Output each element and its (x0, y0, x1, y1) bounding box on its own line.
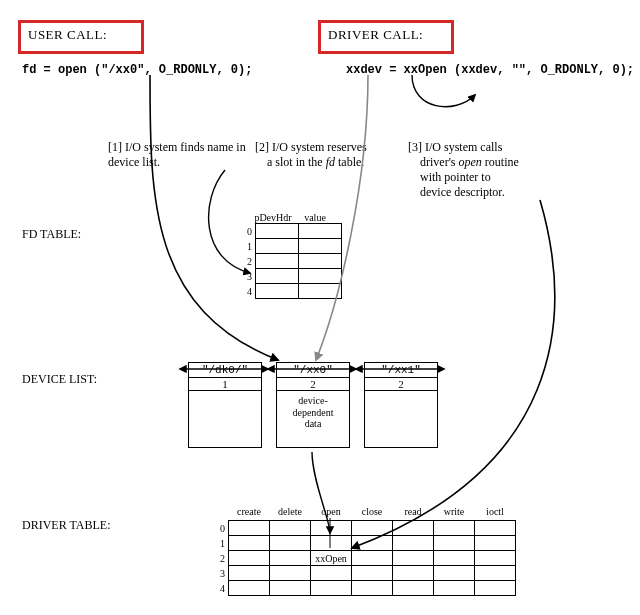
device-box-2: "/xx1" 2 (364, 362, 438, 448)
step-1-text: I/O system finds name in device list. (108, 140, 246, 169)
user-call-code: fd = open ("/xx0", O_RDONLY, 0); (22, 63, 252, 77)
driver-table: create delete open close read write ioct… (211, 504, 516, 596)
driver-call-code: xxdev = xxOpen (xxdev, "", O_RDONLY, 0); (346, 63, 634, 77)
device-box-1: "/xx0" 2 device-dependentdata (276, 362, 350, 448)
driver-call-header: DRIVER CALL: (328, 27, 423, 43)
driver-cell-xxopen: xxOpen (311, 551, 352, 566)
device-list-label: DEVICE LIST: (22, 372, 97, 387)
step-2: [2] I/O system reserves a slot in the fd… (255, 140, 405, 170)
device-body-1: device-dependentdata (277, 391, 349, 447)
step-3: [3] I/O system calls driver's open routi… (408, 140, 558, 200)
step-2-num: [2] (255, 140, 269, 154)
step-1-num: [1] (108, 140, 122, 154)
device-box-0: "/dk0/" 1 (188, 362, 262, 448)
step-1: [1] I/O system finds name in device list… (108, 140, 248, 170)
driver-table-label: DRIVER TABLE: (22, 518, 110, 533)
user-call-header: USER CALL: (28, 27, 107, 43)
fd-table: pDevHdrvalue 0 1 2 3 4 (238, 212, 342, 299)
step-3-num: [3] (408, 140, 422, 154)
fd-table-label: FD TABLE: (22, 227, 81, 242)
